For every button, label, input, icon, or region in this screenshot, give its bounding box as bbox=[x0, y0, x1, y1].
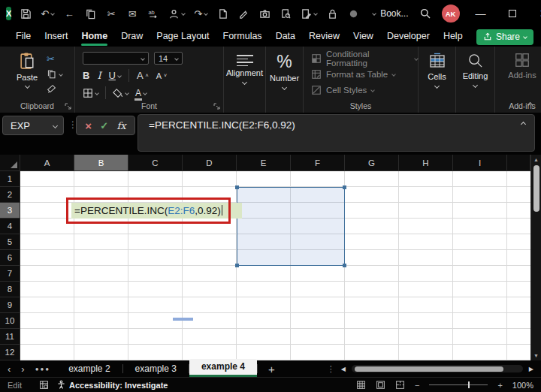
row-header-3[interactable]: 3 bbox=[0, 203, 20, 219]
edit-document-icon[interactable] bbox=[301, 8, 317, 20]
sheet-tab-example-3[interactable]: example 3 bbox=[123, 360, 189, 377]
menu-tab-home[interactable]: Home bbox=[74, 27, 114, 47]
sheet-tab-example-4[interactable]: example 4 bbox=[189, 359, 257, 377]
underline-button[interactable]: U bbox=[109, 70, 121, 81]
row-header-5[interactable]: 5 bbox=[0, 234, 20, 250]
row-header-7[interactable]: 7 bbox=[0, 266, 20, 282]
bold-button[interactable]: B bbox=[83, 70, 89, 81]
number-button[interactable]: % Number bbox=[266, 47, 303, 113]
row-header-10[interactable]: 10 bbox=[0, 313, 20, 329]
insert-function-icon[interactable]: fx bbox=[117, 120, 126, 131]
tab-options-icon[interactable]: ⋮ bbox=[327, 364, 335, 374]
cells-button[interactable]: Cells bbox=[419, 47, 455, 113]
cell-styles-button[interactable]: Cell Styles bbox=[311, 82, 418, 98]
book-search-icon[interactable] bbox=[280, 8, 292, 20]
column-header-d[interactable]: D bbox=[183, 155, 237, 171]
select-all-button[interactable] bbox=[0, 155, 20, 171]
range-handle-icon[interactable] bbox=[343, 185, 346, 189]
camera-icon[interactable] bbox=[258, 8, 270, 20]
menu-tab-data[interactable]: Data bbox=[269, 27, 302, 47]
format-as-table-button[interactable]: Format as Table bbox=[311, 66, 418, 82]
conditional-formatting-button[interactable]: Conditional Formatting bbox=[311, 50, 418, 66]
sheet-tab-example-2[interactable]: example 2 bbox=[56, 360, 122, 377]
zoom-slider[interactable] bbox=[429, 384, 488, 385]
page-break-view-icon[interactable] bbox=[395, 380, 405, 390]
sheet-nav-right-icon[interactable]: › bbox=[18, 363, 32, 375]
collapse-formula-bar-icon[interactable] bbox=[521, 122, 526, 127]
cancel-icon[interactable]: × bbox=[85, 119, 92, 132]
horizontal-scrollbar[interactable] bbox=[352, 365, 523, 372]
column-header-f[interactable]: F bbox=[291, 155, 345, 171]
search-icon[interactable] bbox=[419, 8, 431, 20]
horizontal-scroll-thumb[interactable] bbox=[355, 366, 503, 372]
row-header-9[interactable]: 9 bbox=[0, 297, 20, 313]
row-header-6[interactable]: 6 bbox=[0, 250, 20, 266]
row-header-11[interactable]: 11 bbox=[0, 329, 20, 345]
zoom-level[interactable]: 100% bbox=[512, 381, 533, 390]
zoom-slider-thumb[interactable] bbox=[468, 381, 470, 388]
menu-tab-file[interactable]: File bbox=[9, 27, 38, 47]
vertical-scroll-thumb[interactable] bbox=[533, 165, 539, 212]
row-header-8[interactable]: 8 bbox=[0, 282, 20, 297]
menu-tab-help[interactable]: Help bbox=[437, 27, 470, 47]
zoom-out-icon[interactable]: − bbox=[415, 381, 419, 390]
account-icon[interactable] bbox=[168, 8, 185, 20]
selected-range-e2-f6[interactable] bbox=[237, 187, 345, 266]
copy-icon[interactable] bbox=[84, 8, 96, 20]
formula-input[interactable]: =PERCENTILE.INC(E2:F6,0.92) bbox=[138, 114, 535, 152]
font-color-button[interactable]: A bbox=[135, 88, 147, 98]
row-header-2[interactable]: 2 bbox=[0, 187, 20, 203]
save-icon[interactable] bbox=[20, 8, 32, 20]
editing-button[interactable]: Editing bbox=[456, 47, 494, 113]
format-painter-button[interactable] bbox=[47, 84, 62, 94]
column-header-a[interactable]: A bbox=[20, 155, 74, 171]
sheet-list-icon[interactable]: ●●● bbox=[32, 366, 57, 372]
hscroll-right-icon[interactable]: ▶ bbox=[529, 366, 533, 372]
alignment-button[interactable]: Alignment bbox=[224, 47, 265, 113]
normal-view-icon[interactable] bbox=[356, 380, 366, 390]
font-dialog-launcher-icon[interactable] bbox=[213, 103, 220, 110]
back-icon[interactable]: ← bbox=[63, 8, 75, 20]
record-icon[interactable] bbox=[347, 8, 359, 20]
clipboard-dialog-launcher-icon[interactable] bbox=[65, 103, 71, 110]
menu-tab-formulas[interactable]: Formulas bbox=[216, 27, 269, 47]
menu-tab-review[interactable]: Review bbox=[302, 27, 346, 47]
font-name-select[interactable] bbox=[83, 52, 149, 65]
fill-color-button[interactable] bbox=[113, 88, 128, 98]
column-header-b[interactable]: B bbox=[74, 155, 128, 171]
vertical-scrollbar[interactable]: ▲ ▼ bbox=[530, 155, 541, 360]
column-header-c[interactable]: C bbox=[128, 155, 183, 171]
lock-search-icon[interactable] bbox=[326, 8, 338, 20]
menu-tab-page-layout[interactable]: Page Layout bbox=[150, 27, 216, 47]
copy-button[interactable] bbox=[47, 69, 62, 79]
name-box[interactable]: EXP bbox=[2, 116, 64, 135]
increase-font-size-button[interactable]: A˄ bbox=[137, 70, 149, 81]
zoom-in-icon[interactable]: + bbox=[497, 381, 502, 390]
more-icon[interactable] bbox=[368, 8, 380, 20]
menu-tab-draw[interactable]: Draw bbox=[114, 27, 150, 47]
maximize-button[interactable] bbox=[502, 3, 523, 24]
redo-icon[interactable]: ↷ bbox=[194, 8, 207, 20]
menu-tab-view[interactable]: View bbox=[346, 27, 380, 47]
macro-record-icon[interactable] bbox=[39, 380, 49, 390]
scroll-down-icon[interactable]: ▼ bbox=[531, 353, 541, 358]
sheet-nav-left-icon[interactable]: ‹ bbox=[0, 363, 18, 375]
minimize-button[interactable]: — bbox=[470, 3, 491, 24]
close-button[interactable]: ✕ bbox=[533, 3, 541, 24]
account-avatar[interactable]: AK bbox=[442, 5, 460, 23]
row-header-12[interactable]: 12 bbox=[0, 345, 20, 360]
cut-icon[interactable]: ✂ bbox=[105, 8, 117, 20]
italic-button[interactable]: I bbox=[97, 70, 101, 81]
column-header-g[interactable]: G bbox=[345, 155, 399, 171]
column-header-h[interactable]: H bbox=[399, 155, 453, 171]
cut-button[interactable]: ✂ bbox=[47, 54, 62, 64]
scroll-up-icon[interactable]: ▲ bbox=[531, 157, 541, 162]
translate-icon[interactable]: ab bbox=[147, 8, 159, 20]
range-handle-icon[interactable] bbox=[235, 264, 239, 267]
enter-icon[interactable]: ✓ bbox=[100, 120, 108, 131]
font-size-select[interactable]: 14 bbox=[154, 52, 183, 65]
range-handle-icon[interactable] bbox=[343, 264, 346, 267]
share-button[interactable]: Share bbox=[476, 29, 533, 45]
column-header-i[interactable]: I bbox=[453, 155, 507, 171]
page-layout-view-icon[interactable] bbox=[376, 380, 385, 390]
